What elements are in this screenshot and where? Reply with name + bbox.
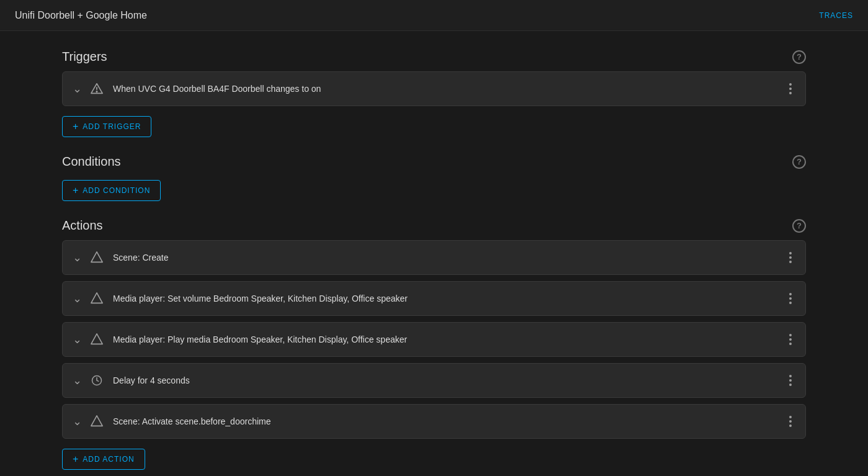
svg-point-2 [96, 91, 97, 92]
scene-icon [88, 249, 105, 266]
chevron-down-icon: ⌄ [73, 292, 82, 305]
plus-icon: + [73, 122, 79, 132]
action-row-3-label: Delay for 4 seconds [113, 375, 785, 385]
traces-link[interactable]: TRACES [819, 11, 853, 20]
actions-list: ⌄ Scene: Create⌄ Media player: Set volum… [62, 240, 806, 439]
conditions-help-icon[interactable]: ? [792, 155, 806, 169]
conditions-section-header: Conditions ? [62, 155, 806, 169]
action-row-1-menu[interactable] [785, 290, 795, 307]
app-header: Unifi Doorbell + Google Home TRACES [0, 0, 868, 31]
add-condition-button[interactable]: + ADD CONDITION [62, 180, 161, 201]
action-row-2-label: Media player: Play media Bedroom Speaker… [113, 335, 785, 344]
action-row-1-label: Media player: Set volume Bedroom Speaker… [113, 294, 785, 303]
actions-section-header: Actions ? [62, 218, 806, 233]
add-condition-label: ADD CONDITION [83, 186, 150, 195]
chevron-down-icon: ⌄ [73, 251, 82, 264]
svg-marker-4 [91, 293, 102, 303]
plus-icon: + [73, 454, 79, 464]
add-trigger-label: ADD TRIGGER [83, 122, 141, 131]
actions-title: Actions [62, 218, 103, 233]
chevron-down-icon: ⌄ [73, 333, 82, 346]
action-row-3-menu[interactable] [785, 372, 795, 388]
action-row-2-menu[interactable] [785, 331, 795, 348]
scene-icon [88, 290, 105, 307]
chevron-down-icon: ⌄ [73, 415, 82, 428]
action-row-3[interactable]: ⌄ Delay for 4 seconds [62, 363, 806, 398]
trigger-row-0-label: When UVC G4 Doorbell BA4F Doorbell chang… [113, 84, 785, 94]
conditions-section: Conditions ? + ADD CONDITION [62, 155, 806, 201]
trigger-row-0[interactable]: ⌄ When UVC G4 Doorbell BA4F Doorbell cha… [62, 71, 806, 106]
chevron-down-icon: ⌄ [73, 374, 82, 387]
trigger-row-0-menu[interactable] [785, 81, 795, 97]
triggers-title: Triggers [62, 50, 107, 64]
triggers-help-icon[interactable]: ? [792, 50, 806, 64]
action-row-4-label: Scene: Activate scene.before_doorchime [113, 416, 785, 426]
triggers-section-header: Triggers ? [62, 50, 806, 64]
actions-section: Actions ? ⌄ Scene: Create⌄ Media player:… [62, 218, 806, 470]
action-row-4-menu[interactable] [785, 413, 795, 429]
trigger-icon [88, 80, 105, 97]
scene-icon [88, 331, 105, 348]
actions-help-icon[interactable]: ? [792, 219, 806, 233]
triggers-section: Triggers ? ⌄ When UVC G4 Doorbell BA4F D… [62, 50, 806, 137]
svg-marker-5 [91, 334, 102, 344]
page-title: Unifi Doorbell + Google Home [15, 10, 147, 21]
chevron-down-icon: ⌄ [73, 82, 82, 96]
action-row-2[interactable]: ⌄ Media player: Play media Bedroom Speak… [62, 322, 806, 357]
main-content: Triggers ? ⌄ When UVC G4 Doorbell BA4F D… [0, 31, 868, 476]
scene-icon [88, 413, 105, 430]
svg-marker-7 [91, 416, 102, 426]
action-row-0[interactable]: ⌄ Scene: Create [62, 240, 806, 275]
add-action-label: ADD ACTION [83, 455, 134, 464]
action-row-0-menu[interactable] [785, 249, 795, 266]
action-row-0-label: Scene: Create [113, 253, 785, 263]
action-row-1[interactable]: ⌄ Media player: Set volume Bedroom Speak… [62, 281, 806, 316]
plus-icon: + [73, 186, 79, 195]
conditions-title: Conditions [62, 155, 121, 169]
svg-marker-3 [91, 252, 102, 263]
action-row-4[interactable]: ⌄ Scene: Activate scene.before_doorchime [62, 404, 806, 439]
add-trigger-button[interactable]: + ADD TRIGGER [62, 116, 151, 137]
add-action-button[interactable]: + ADD ACTION [62, 449, 145, 470]
clock-icon [88, 372, 105, 389]
